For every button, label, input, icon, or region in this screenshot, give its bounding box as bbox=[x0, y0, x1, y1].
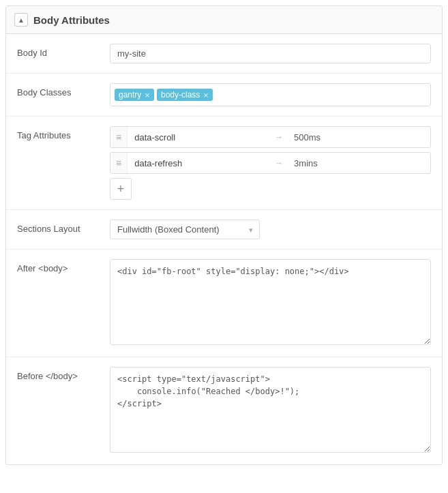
before-body-close-control: <script type="text/javascript"> console.… bbox=[110, 367, 431, 455]
drag-handle-1[interactable]: ≡ bbox=[110, 153, 128, 173]
tag-body-class-remove[interactable]: × bbox=[203, 91, 209, 100]
drag-handle-0[interactable]: ≡ bbox=[110, 127, 128, 147]
tag-gantry-text: gantry bbox=[119, 90, 141, 100]
sections-layout-wrapper: Fullwidth (Boxed Content) Fullwidth Boxe… bbox=[110, 220, 260, 239]
tag-body-class: body-class × bbox=[157, 89, 213, 101]
body-id-input[interactable] bbox=[110, 44, 431, 63]
collapse-icon: ▲ bbox=[18, 16, 25, 24]
attr-value-1: 3mins bbox=[287, 153, 430, 173]
body-classes-row: Body Classes gantry × body-class × bbox=[6, 74, 442, 117]
tag-gantry-remove[interactable]: × bbox=[145, 91, 150, 100]
attr-arrow-0: → bbox=[271, 128, 287, 147]
tag-gantry: gantry × bbox=[115, 89, 154, 101]
tag-attributes-row: Tag Attributes ≡ data-scroll → 500ms ≡ d… bbox=[6, 117, 442, 210]
body-id-label: Body Id bbox=[17, 44, 99, 58]
panel-title: Body Attributes bbox=[33, 14, 110, 26]
before-body-close-row: Before </body> <script type="text/javasc… bbox=[6, 357, 442, 464]
attr-value-0: 500ms bbox=[287, 128, 430, 147]
tags-container[interactable]: gantry × body-class × bbox=[110, 83, 431, 106]
sections-layout-select[interactable]: Fullwidth (Boxed Content) Fullwidth Boxe… bbox=[110, 220, 260, 239]
tag-attr-row-1: ≡ data-refresh → 3mins bbox=[110, 152, 431, 174]
tag-body-class-text: body-class bbox=[161, 90, 200, 100]
tag-attributes-label: Tag Attributes bbox=[17, 126, 99, 140]
sections-layout-row: Sections Layout Fullwidth (Boxed Content… bbox=[6, 210, 442, 250]
panel-body: Body Id Body Classes gantry × body-class… bbox=[6, 34, 442, 464]
panel-header: ▲ Body Attributes bbox=[6, 6, 442, 34]
body-classes-label: Body Classes bbox=[17, 83, 99, 98]
body-attributes-panel: ▲ Body Attributes Body Id Body Classes g… bbox=[5, 5, 443, 465]
attr-name-0: data-scroll bbox=[128, 128, 271, 147]
after-body-label: After <body> bbox=[17, 259, 99, 273]
attr-arrow-1: → bbox=[271, 153, 287, 173]
before-body-close-label: Before </body> bbox=[17, 367, 99, 381]
sections-layout-control: Fullwidth (Boxed Content) Fullwidth Boxe… bbox=[110, 220, 431, 239]
after-body-control: <div id="fb-root" style="display: none;"… bbox=[110, 259, 431, 347]
tag-attr-row-0: ≡ data-scroll → 500ms bbox=[110, 126, 431, 148]
add-tag-attr-button[interactable]: + bbox=[110, 178, 132, 200]
body-id-control bbox=[110, 44, 431, 63]
after-body-textarea[interactable]: <div id="fb-root" style="display: none;"… bbox=[110, 259, 431, 345]
tag-attributes-list: ≡ data-scroll → 500ms ≡ data-refresh → 3… bbox=[110, 126, 431, 174]
collapse-button[interactable]: ▲ bbox=[14, 13, 28, 27]
after-body-row: After <body> <div id="fb-root" style="di… bbox=[6, 250, 442, 357]
body-id-row: Body Id bbox=[6, 34, 442, 74]
body-classes-control: gantry × body-class × bbox=[110, 83, 431, 106]
attr-name-1: data-refresh bbox=[128, 153, 271, 173]
tag-attributes-control: ≡ data-scroll → 500ms ≡ data-refresh → 3… bbox=[110, 126, 431, 200]
before-body-close-textarea[interactable]: <script type="text/javascript"> console.… bbox=[110, 367, 431, 453]
sections-layout-label: Sections Layout bbox=[17, 220, 99, 234]
